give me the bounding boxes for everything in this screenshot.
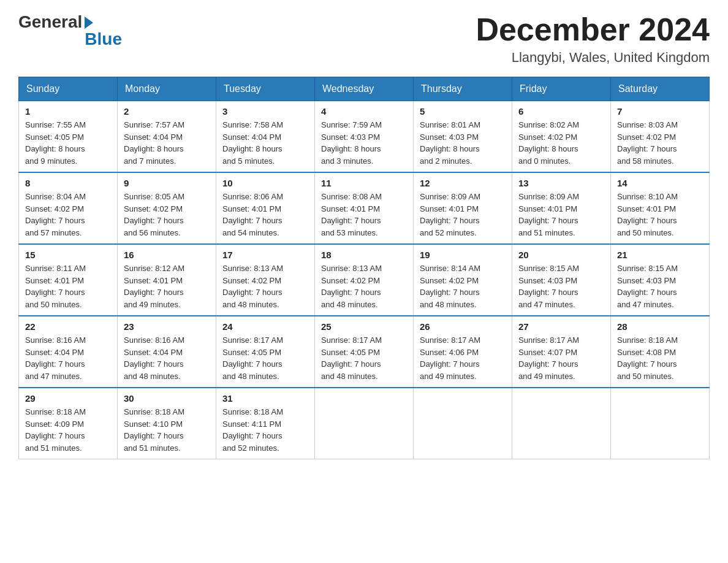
calendar-day-cell: 8 Sunrise: 8:04 AMSunset: 4:02 PMDayligh… xyxy=(19,172,118,244)
calendar-header-wednesday: Wednesday xyxy=(315,77,414,101)
day-number: 28 xyxy=(617,321,703,332)
calendar-header-row: SundayMondayTuesdayWednesdayThursdayFrid… xyxy=(19,77,710,101)
day-info: Sunrise: 7:59 AMSunset: 4:03 PMDaylight:… xyxy=(321,119,407,167)
day-number: 13 xyxy=(518,178,604,188)
day-number: 8 xyxy=(25,178,111,188)
day-info: Sunrise: 8:18 AMSunset: 4:11 PMDaylight:… xyxy=(222,406,308,454)
day-info: Sunrise: 8:17 AMSunset: 4:06 PMDaylight:… xyxy=(420,334,506,382)
logo: General General Blue xyxy=(18,12,122,49)
day-info: Sunrise: 8:06 AMSunset: 4:01 PMDaylight:… xyxy=(222,191,308,239)
day-number: 12 xyxy=(420,178,506,188)
day-info: Sunrise: 8:08 AMSunset: 4:01 PMDaylight:… xyxy=(321,191,407,239)
day-number: 19 xyxy=(420,250,506,260)
day-info: Sunrise: 8:15 AMSunset: 4:03 PMDaylight:… xyxy=(518,262,604,310)
day-number: 31 xyxy=(222,393,308,404)
day-info: Sunrise: 8:05 AMSunset: 4:02 PMDaylight:… xyxy=(124,191,210,239)
day-number: 24 xyxy=(222,321,308,332)
calendar-day-cell: 4 Sunrise: 7:59 AMSunset: 4:03 PMDayligh… xyxy=(315,101,414,173)
day-info: Sunrise: 8:10 AMSunset: 4:01 PMDaylight:… xyxy=(617,191,703,239)
calendar-day-cell: 16 Sunrise: 8:12 AMSunset: 4:01 PMDaylig… xyxy=(118,244,216,316)
calendar-day-cell: 26 Sunrise: 8:17 AMSunset: 4:06 PMDaylig… xyxy=(414,316,512,388)
logo-blue-text: Blue xyxy=(85,29,122,49)
calendar-day-cell: 10 Sunrise: 8:06 AMSunset: 4:01 PMDaylig… xyxy=(216,172,315,244)
calendar-week-row: 15 Sunrise: 8:11 AMSunset: 4:01 PMDaylig… xyxy=(19,244,710,316)
calendar-week-row: 1 Sunrise: 7:55 AMSunset: 4:05 PMDayligh… xyxy=(19,101,710,173)
calendar-day-cell xyxy=(414,388,512,459)
day-number: 27 xyxy=(518,321,604,332)
calendar-table: SundayMondayTuesdayWednesdayThursdayFrid… xyxy=(18,77,710,459)
day-info: Sunrise: 8:09 AMSunset: 4:01 PMDaylight:… xyxy=(420,191,506,239)
calendar-day-cell: 3 Sunrise: 7:58 AMSunset: 4:04 PMDayligh… xyxy=(216,101,315,173)
day-info: Sunrise: 8:16 AMSunset: 4:04 PMDaylight:… xyxy=(124,334,210,382)
day-info: Sunrise: 8:18 AMSunset: 4:09 PMDaylight:… xyxy=(25,406,111,454)
calendar-day-cell: 18 Sunrise: 8:13 AMSunset: 4:02 PMDaylig… xyxy=(315,244,414,316)
calendar-day-cell xyxy=(611,388,710,459)
calendar-week-row: 29 Sunrise: 8:18 AMSunset: 4:09 PMDaylig… xyxy=(19,388,710,459)
calendar-header-tuesday: Tuesday xyxy=(216,77,315,101)
day-number: 9 xyxy=(124,178,210,188)
calendar-week-row: 8 Sunrise: 8:04 AMSunset: 4:02 PMDayligh… xyxy=(19,172,710,244)
day-info: Sunrise: 8:13 AMSunset: 4:02 PMDaylight:… xyxy=(321,262,407,310)
location-text: Llangybi, Wales, United Kingdom xyxy=(476,50,710,66)
day-number: 29 xyxy=(25,393,111,404)
calendar-day-cell: 23 Sunrise: 8:16 AMSunset: 4:04 PMDaylig… xyxy=(118,316,216,388)
day-number: 26 xyxy=(420,321,506,332)
day-info: Sunrise: 8:13 AMSunset: 4:02 PMDaylight:… xyxy=(222,262,308,310)
day-info: Sunrise: 8:12 AMSunset: 4:01 PMDaylight:… xyxy=(124,262,210,310)
calendar-header-monday: Monday xyxy=(118,77,216,101)
day-number: 1 xyxy=(25,106,111,117)
calendar-day-cell: 25 Sunrise: 8:17 AMSunset: 4:05 PMDaylig… xyxy=(315,316,414,388)
calendar-header-saturday: Saturday xyxy=(611,77,710,101)
day-info: Sunrise: 8:11 AMSunset: 4:01 PMDaylight:… xyxy=(25,262,111,310)
day-info: Sunrise: 8:16 AMSunset: 4:04 PMDaylight:… xyxy=(25,334,111,382)
title-section: December 2024 Llangybi, Wales, United Ki… xyxy=(476,12,710,66)
calendar-header-sunday: Sunday xyxy=(19,77,118,101)
day-info: Sunrise: 8:14 AMSunset: 4:02 PMDaylight:… xyxy=(420,262,506,310)
calendar-day-cell: 21 Sunrise: 8:15 AMSunset: 4:03 PMDaylig… xyxy=(611,244,710,316)
calendar-header-thursday: Thursday xyxy=(414,77,512,101)
calendar-day-cell: 29 Sunrise: 8:18 AMSunset: 4:09 PMDaylig… xyxy=(19,388,118,459)
calendar-day-cell: 19 Sunrise: 8:14 AMSunset: 4:02 PMDaylig… xyxy=(414,244,512,316)
day-number: 6 xyxy=(518,106,604,117)
day-info: Sunrise: 8:01 AMSunset: 4:03 PMDaylight:… xyxy=(420,119,506,167)
day-info: Sunrise: 7:57 AMSunset: 4:04 PMDaylight:… xyxy=(124,119,210,167)
calendar-day-cell: 1 Sunrise: 7:55 AMSunset: 4:05 PMDayligh… xyxy=(19,101,118,173)
day-info: Sunrise: 8:18 AMSunset: 4:10 PMDaylight:… xyxy=(124,406,210,454)
calendar-day-cell: 7 Sunrise: 8:03 AMSunset: 4:02 PMDayligh… xyxy=(611,101,710,173)
day-number: 15 xyxy=(25,250,111,260)
calendar-day-cell: 28 Sunrise: 8:18 AMSunset: 4:08 PMDaylig… xyxy=(611,316,710,388)
calendar-day-cell xyxy=(315,388,414,459)
day-number: 7 xyxy=(617,106,703,117)
calendar-day-cell: 30 Sunrise: 8:18 AMSunset: 4:10 PMDaylig… xyxy=(118,388,216,459)
calendar-day-cell: 15 Sunrise: 8:11 AMSunset: 4:01 PMDaylig… xyxy=(19,244,118,316)
calendar-day-cell: 22 Sunrise: 8:16 AMSunset: 4:04 PMDaylig… xyxy=(19,316,118,388)
calendar-day-cell: 13 Sunrise: 8:09 AMSunset: 4:01 PMDaylig… xyxy=(512,172,611,244)
calendar-day-cell: 27 Sunrise: 8:17 AMSunset: 4:07 PMDaylig… xyxy=(512,316,611,388)
calendar-day-cell: 12 Sunrise: 8:09 AMSunset: 4:01 PMDaylig… xyxy=(414,172,512,244)
calendar-day-cell: 17 Sunrise: 8:13 AMSunset: 4:02 PMDaylig… xyxy=(216,244,315,316)
calendar-day-cell: 11 Sunrise: 8:08 AMSunset: 4:01 PMDaylig… xyxy=(315,172,414,244)
calendar-day-cell: 2 Sunrise: 7:57 AMSunset: 4:04 PMDayligh… xyxy=(118,101,216,173)
day-info: Sunrise: 8:02 AMSunset: 4:02 PMDaylight:… xyxy=(518,119,604,167)
month-title: December 2024 xyxy=(476,12,710,47)
day-info: Sunrise: 8:04 AMSunset: 4:02 PMDaylight:… xyxy=(25,191,111,239)
day-info: Sunrise: 8:18 AMSunset: 4:08 PMDaylight:… xyxy=(617,334,703,382)
calendar-day-cell xyxy=(512,388,611,459)
day-info: Sunrise: 8:09 AMSunset: 4:01 PMDaylight:… xyxy=(518,191,604,239)
day-number: 5 xyxy=(420,106,506,117)
day-info: Sunrise: 8:17 AMSunset: 4:05 PMDaylight:… xyxy=(222,334,308,382)
calendar-day-cell: 14 Sunrise: 8:10 AMSunset: 4:01 PMDaylig… xyxy=(611,172,710,244)
day-number: 23 xyxy=(124,321,210,332)
day-number: 21 xyxy=(617,250,703,260)
page-header: General General Blue December 2024 Llang… xyxy=(18,12,710,66)
day-number: 10 xyxy=(222,178,308,188)
calendar-day-cell: 5 Sunrise: 8:01 AMSunset: 4:03 PMDayligh… xyxy=(414,101,512,173)
day-number: 14 xyxy=(617,178,703,188)
logo-arrow-icon xyxy=(85,17,93,29)
day-number: 30 xyxy=(124,393,210,404)
day-number: 16 xyxy=(124,250,210,260)
calendar-day-cell: 31 Sunrise: 8:18 AMSunset: 4:11 PMDaylig… xyxy=(216,388,315,459)
day-number: 17 xyxy=(222,250,308,260)
day-info: Sunrise: 7:55 AMSunset: 4:05 PMDaylight:… xyxy=(25,119,111,167)
day-info: Sunrise: 8:17 AMSunset: 4:07 PMDaylight:… xyxy=(518,334,604,382)
